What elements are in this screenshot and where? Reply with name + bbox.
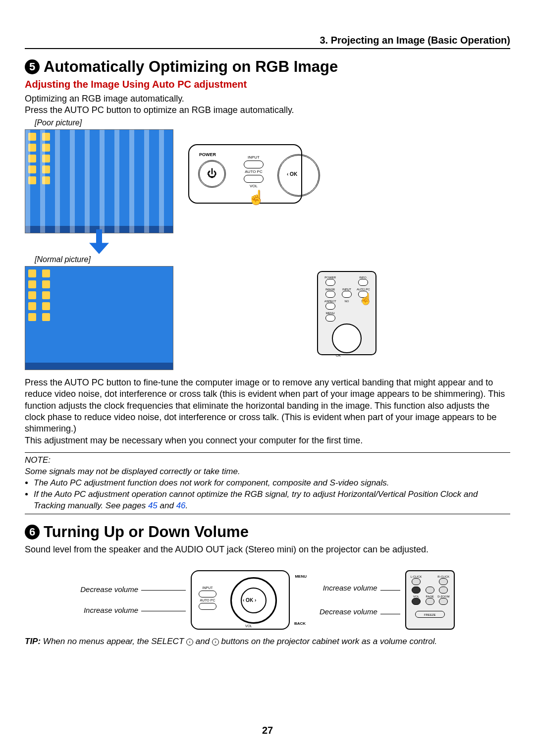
input-button-icon (244, 161, 264, 168)
decrease-volume-label-2: Decrease volume (320, 607, 377, 616)
tip-line: TIP: When no menus appear, the SELECT ‹ … (25, 637, 510, 647)
autopc-label: AUTO PC (239, 169, 268, 174)
remote-dpad-icon (332, 324, 362, 353)
note-bullet-1: The Auto PC adjustment function does not… (34, 478, 510, 489)
pointing-hand-icon: ☝ (359, 293, 373, 306)
section-6-number: 6 (25, 525, 40, 540)
note-title: NOTE: (25, 455, 510, 466)
tip-lead: TIP: (25, 637, 41, 646)
freeze-button-icon: FREEZE (415, 611, 445, 618)
note-block: NOTE: Some signals may not be displayed … (25, 452, 510, 514)
note-line-1: Some signals may not be displayed correc… (25, 466, 510, 478)
nav-ring-icon (277, 154, 320, 197)
section-5-para-1: Optimizing an RGB image automatically. (25, 93, 510, 105)
remote-control-volume: L-CLICK R-CLICK VOL PAGE D-ZOOM FREEZE (405, 570, 455, 630)
decrease-volume-label: Decrease volume (80, 585, 138, 594)
select-right-icon: › (212, 639, 219, 646)
volume-figures: Decrease volume Increase volume INPUT AU… (25, 570, 510, 630)
label-normal-picture: [Normal picture] (35, 255, 510, 264)
figure-row-1: POWER INPUT AUTO PC VOL ☝ (25, 129, 510, 233)
section-6-title-text: Turning Up or Down Volume (44, 523, 249, 541)
power-button-icon (198, 160, 226, 188)
autopc-button-icon (244, 175, 264, 183)
link-page-45[interactable]: 45 (148, 501, 158, 510)
note-bullet-2: If the Auto PC adjustment operation cann… (34, 489, 510, 512)
section-5-number: 5 (25, 59, 40, 74)
page-number: 27 (0, 725, 535, 736)
projector-panel-top: POWER INPUT AUTO PC VOL ☝ (188, 144, 302, 204)
section-6-para-1: Sound level from the speaker and the AUD… (25, 544, 510, 555)
section-5-para-2: Press the AUTO PC button to optimize an … (25, 105, 510, 116)
poor-picture-screenshot (25, 129, 173, 233)
section-5-title-text: Automatically Optimizing on RGB Image (44, 58, 338, 76)
projector-panel-volume: INPUT AUTO PC MENU BACK VOL (191, 570, 290, 630)
chapter-header: 3. Projecting an Image (Basic Operation) (25, 35, 510, 49)
pointing-hand-icon: ☝ (248, 189, 265, 206)
section-5-para-4: This adjustment may be necessary when yo… (25, 435, 510, 446)
figure-row-2: POWER INFO. IMAGE INPUT AUTO PC ASPECT N… (25, 266, 510, 370)
link-page-46[interactable]: 46 (176, 501, 186, 510)
input-label: INPUT (239, 155, 268, 160)
power-label: POWER (199, 152, 216, 157)
increase-volume-label: Increase volume (84, 606, 138, 614)
normal-picture-screenshot (25, 266, 173, 370)
select-left-icon: ‹ (186, 639, 193, 646)
vol-label: VOL (245, 624, 252, 628)
menu-label: MENU (295, 574, 307, 579)
section-6-title: 6 Turning Up or Down Volume (25, 523, 510, 541)
section-5-para-3: Press the AUTO PC button to fine-tune th… (25, 377, 510, 435)
nav-ring-icon (230, 577, 277, 624)
vol-label: VOL (239, 184, 268, 188)
increase-volume-label-2: Increase volume (323, 584, 377, 592)
section-5-subtitle: Adjusting the Image Using Auto PC adjust… (25, 79, 510, 90)
remote-control-top: POWER INFO. IMAGE INPUT AUTO PC ASPECT N… (317, 271, 376, 355)
section-5-title: 5 Automatically Optimizing on RGB Image (25, 58, 510, 76)
back-label: BACK (294, 621, 306, 626)
label-poor-picture: [Poor picture] (35, 118, 510, 127)
